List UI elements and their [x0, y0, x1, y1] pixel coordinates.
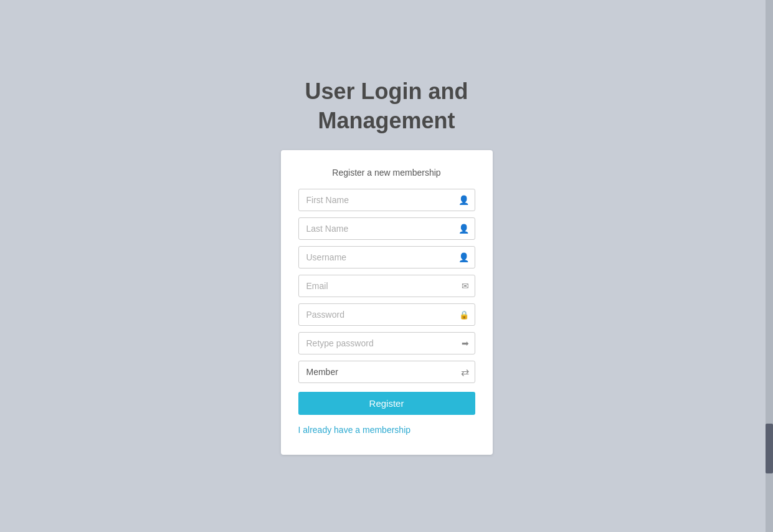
role-select[interactable]: Member Admin Moderator — [298, 361, 475, 383]
email-input[interactable] — [298, 275, 475, 297]
register-button[interactable]: Register — [298, 392, 475, 415]
role-wrapper: Member Admin Moderator — [298, 361, 475, 383]
last-name-input[interactable] — [298, 217, 475, 240]
first-name-input[interactable] — [298, 189, 475, 211]
password-wrapper — [298, 303, 475, 326]
page-title: User Login and Management — [305, 77, 468, 136]
scrollbar-track — [766, 0, 773, 532]
login-link[interactable]: I already have a membership — [298, 425, 475, 435]
retype-password-wrapper — [298, 332, 475, 354]
first-name-wrapper — [298, 189, 475, 211]
username-wrapper — [298, 246, 475, 268]
password-input[interactable] — [298, 303, 475, 326]
email-wrapper — [298, 275, 475, 297]
username-input[interactable] — [298, 246, 475, 268]
card-subtitle: Register a new membership — [298, 168, 475, 178]
scrollbar-thumb[interactable] — [766, 424, 773, 473]
registration-card: Register a new membership Member Admin M… — [281, 150, 493, 455]
last-name-wrapper — [298, 217, 475, 240]
retype-password-input[interactable] — [298, 332, 475, 354]
